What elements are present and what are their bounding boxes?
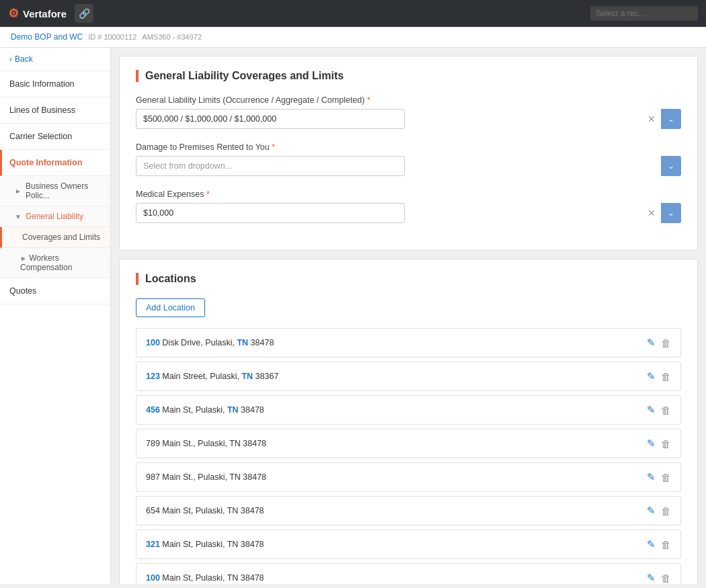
location-edit-icon[interactable]: ✎ [647,437,656,450]
required-indicator: * [206,190,210,199]
locations-section: Locations Add Location 100 Disk Drive, P… [119,259,698,584]
wc-arrow-icon: ► [20,255,27,262]
location-row: 100 Disk Drive, Pulaski, TN 38478 ✎ 🗑 [136,328,681,358]
location-actions: ✎ 🗑 [647,437,671,450]
location-delete-icon[interactable]: 🗑 [661,438,671,450]
location-edit-icon[interactable]: ✎ [647,471,656,483]
sidebar-subitem-general-liability[interactable]: ▼ General Liability [0,206,110,227]
gl-limits-wrapper: $500,000 / $1,000,000 / $1,000,000 ✕ ⌄ [136,109,681,129]
location-actions: ✎ 🗑 [647,337,671,349]
location-row: 456 Main St, Pulaski, TN 38478 ✎ 🗑 [136,395,681,425]
subitem-label: General Liability [26,212,83,221]
location-address: 987 Main St., Pulaski, TN 38478 [146,472,266,482]
location-edit-icon[interactable]: ✎ [647,370,656,382]
gl-limits-actions: ✕ ⌄ [642,109,681,129]
back-arrow-icon: ‹ [9,54,12,64]
brand-name: Vertafore [23,8,67,19]
location-actions: ✎ 🗑 [647,572,671,584]
sidebar-item-quotes[interactable]: Quotes [0,278,110,304]
location-actions: ✎ 🗑 [647,505,671,517]
location-row: 123 Main Street, Pulaski, TN 38367 ✎ 🗑 [136,362,681,391]
breadcrumb-link[interactable]: Demo BOP and WC [11,32,83,42]
location-row: 987 Main St., Pulaski, TN 38478 ✎ 🗑 [136,462,681,492]
location-edit-icon[interactable]: ✎ [647,337,656,349]
medical-expenses-actions: ✕ ⌄ [642,203,681,223]
nav-icon[interactable]: 🔗 [75,4,93,23]
coverage-section-title: General Liability Coverages and Limits [136,70,681,82]
form-group-gl-limits: General Liability Limits (Occurrence / A… [136,95,681,129]
locations-title: Locations [136,273,681,285]
main-layout: ‹ Back Basic Information Lines of Busine… [0,48,706,584]
location-actions: ✎ 🗑 [647,370,671,382]
main-content: General Liability Coverages and Limits G… [111,48,706,584]
brand-logo: ⚙ Vertafore [8,6,67,21]
location-delete-icon[interactable]: 🗑 [661,573,671,584]
add-location-button[interactable]: Add Location [136,298,205,317]
sidebar-subitem-coverages-limits[interactable]: Coverages and Limits [0,227,110,248]
location-edit-icon[interactable]: ✎ [647,538,656,550]
sidebar-subitems: ► Business Owners Polic... ▼ General Lia… [0,176,110,278]
location-address: 100 Main St, Pulaski, TN 38478 [146,573,264,583]
required-indicator: * [367,95,370,105]
breadcrumb-ref: AMS360 - #34972 [142,33,202,41]
sidebar-subitem-workers-compensation[interactable]: ► Workers Compensation [0,248,110,278]
location-delete-icon[interactable]: 🗑 [661,405,671,416]
location-row: 789 Main St., Pulaski, TN 38478 ✎ 🗑 [136,429,681,458]
gl-limits-label: General Liability Limits (Occurrence / A… [136,95,681,105]
coverage-section: General Liability Coverages and Limits G… [119,56,698,251]
sidebar-item-carrier-selection[interactable]: Carrier Selection [0,124,110,150]
location-address: 123 Main Street, Pulaski, TN 38367 [146,372,278,381]
location-delete-icon[interactable]: 🗑 [661,371,671,382]
medical-expenses-wrapper: $10,000 ✕ ⌄ [136,203,681,223]
medical-expenses-dropdown-btn[interactable]: ⌄ [661,203,681,223]
form-group-damage-premises: Damage to Premises Rented to You * Selec… [136,142,681,176]
location-edit-icon[interactable]: ✎ [647,505,656,517]
gl-limits-field[interactable]: $500,000 / $1,000,000 / $1,000,000 [136,109,405,129]
location-delete-icon[interactable]: 🗑 [661,539,671,550]
sidebar: ‹ Back Basic Information Lines of Busine… [0,48,111,584]
location-address: 456 Main St, Pulaski, TN 38478 [146,405,264,415]
damage-premises-field[interactable]: Select from dropdown... [136,156,405,176]
location-delete-icon[interactable]: 🗑 [661,472,671,483]
location-actions: ✎ 🗑 [647,404,671,416]
expanded-arrow-icon: ▼ [15,213,22,220]
form-group-medical-expenses: Medical Expenses * $10,000 ✕ ⌄ [136,190,681,223]
sidebar-item-lines-of-business[interactable]: Lines of Business [0,97,110,124]
breadcrumb-bar: Demo BOP and WC ID # 10000112 AMS360 - #… [0,27,706,48]
sidebar-subitem-business-owners-policy[interactable]: ► Business Owners Polic... [0,176,110,206]
global-search[interactable] [590,6,698,21]
location-delete-icon[interactable]: 🗑 [661,505,671,517]
medical-expenses-clear-icon[interactable]: ✕ [642,208,661,218]
location-edit-icon[interactable]: ✎ [647,572,656,584]
location-address: 321 Main St, Pulaski, TN 38478 [146,540,264,549]
location-row: 100 Main St, Pulaski, TN 38478 ✎ 🗑 [136,563,681,584]
location-row: 321 Main St, Pulaski, TN 38478 ✎ 🗑 [136,530,681,559]
medical-expenses-field[interactable]: $10,000 [136,203,405,223]
damage-premises-label: Damage to Premises Rented to You * [136,142,681,152]
location-actions: ✎ 🗑 [647,538,671,550]
location-row: 654 Main St, Pulaski, TN 38478 ✎ 🗑 [136,496,681,526]
location-delete-icon[interactable]: 🗑 [661,337,671,349]
damage-premises-actions: ⌄ [661,156,681,176]
damage-premises-wrapper: Select from dropdown... ⌄ [136,156,681,176]
wc-label: Workers Compensation [20,253,72,272]
back-button[interactable]: ‹ Back [0,48,110,71]
sidebar-item-quote-information[interactable]: Quote Information [0,150,110,176]
location-address: 789 Main St., Pulaski, TN 38478 [146,439,266,448]
breadcrumb-id: ID # 10000112 [88,33,136,41]
location-address: 100 Disk Drive, Pulaski, TN 38478 [146,338,274,347]
location-actions: ✎ 🗑 [647,471,671,483]
sidebar-item-basic-information[interactable]: Basic Information [0,71,110,97]
medical-expenses-label: Medical Expenses * [136,190,681,199]
location-address: 654 Main St, Pulaski, TN 38478 [146,506,264,515]
collapsed-arrow-icon: ► [15,187,22,195]
back-label: Back [15,54,33,64]
location-edit-icon[interactable]: ✎ [647,404,656,416]
subitem-label: Business Owners Polic... [26,181,101,200]
damage-premises-dropdown-btn[interactable]: ⌄ [661,156,681,176]
gl-limits-clear-icon[interactable]: ✕ [642,114,661,124]
top-nav: ⚙ Vertafore 🔗 [0,0,706,27]
gl-limits-dropdown-btn[interactable]: ⌄ [661,109,681,129]
required-indicator: * [272,142,275,152]
